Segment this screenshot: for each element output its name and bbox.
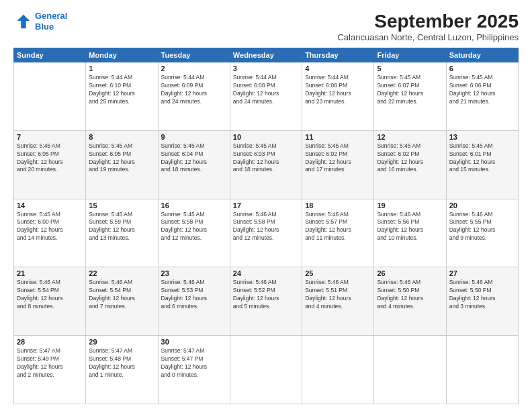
day-number: 10	[233, 133, 299, 141]
day-info: Sunrise: 5:46 AM Sunset: 5:54 PM Dayligh…	[17, 279, 83, 311]
table-row	[446, 336, 518, 404]
table-row: 15Sunrise: 5:45 AM Sunset: 5:59 PM Dayli…	[86, 199, 158, 267]
day-info: Sunrise: 5:45 AM Sunset: 5:59 PM Dayligh…	[89, 211, 154, 243]
day-info: Sunrise: 5:45 AM Sunset: 5:58 PM Dayligh…	[161, 211, 227, 243]
day-info: Sunrise: 5:46 AM Sunset: 5:56 PM Dayligh…	[377, 211, 443, 243]
day-number: 15	[89, 201, 154, 210]
day-number: 24	[233, 269, 299, 277]
table-row: 29Sunrise: 5:47 AM Sunset: 5:48 PM Dayli…	[86, 336, 158, 404]
day-info: Sunrise: 5:45 AM Sunset: 6:05 PM Dayligh…	[17, 142, 83, 175]
calendar-week-5: 28Sunrise: 5:47 AM Sunset: 5:49 PM Dayli…	[14, 336, 519, 404]
header: General Blue September 2025 Calancuasan …	[13, 11, 519, 42]
day-info: Sunrise: 5:45 AM Sunset: 6:02 PM Dayligh…	[305, 142, 371, 175]
day-info: Sunrise: 5:46 AM Sunset: 5:53 PM Dayligh…	[161, 279, 227, 311]
table-row: 14Sunrise: 5:45 AM Sunset: 6:00 PM Dayli…	[14, 199, 86, 267]
table-row	[302, 336, 374, 404]
table-row	[230, 336, 302, 404]
table-row: 10Sunrise: 5:45 AM Sunset: 6:03 PM Dayli…	[230, 130, 302, 199]
logo: General Blue	[13, 11, 67, 32]
day-info: Sunrise: 5:45 AM Sunset: 6:03 PM Dayligh…	[233, 142, 299, 175]
day-info: Sunrise: 5:44 AM Sunset: 6:08 PM Dayligh…	[233, 74, 299, 106]
table-row: 18Sunrise: 5:46 AM Sunset: 5:57 PM Dayli…	[302, 199, 374, 267]
day-number: 21	[17, 269, 83, 277]
day-info: Sunrise: 5:45 AM Sunset: 6:06 PM Dayligh…	[449, 74, 515, 106]
table-row: 4Sunrise: 5:44 AM Sunset: 6:08 PM Daylig…	[302, 62, 374, 131]
day-info: Sunrise: 5:45 AM Sunset: 6:04 PM Dayligh…	[161, 142, 227, 175]
calendar-header-row: Sunday Monday Tuesday Wednesday Thursday…	[14, 48, 519, 62]
day-info: Sunrise: 5:44 AM Sunset: 6:09 PM Dayligh…	[161, 74, 227, 106]
day-number: 19	[377, 201, 443, 210]
table-row: 25Sunrise: 5:46 AM Sunset: 5:51 PM Dayli…	[302, 267, 374, 336]
calendar-week-3: 14Sunrise: 5:45 AM Sunset: 6:00 PM Dayli…	[14, 199, 519, 267]
page: General Blue September 2025 Calancuasan …	[0, 0, 532, 411]
col-friday: Friday	[374, 48, 446, 62]
day-number: 23	[161, 269, 227, 277]
day-number: 14	[17, 201, 83, 210]
day-number: 16	[161, 201, 227, 210]
table-row: 12Sunrise: 5:45 AM Sunset: 6:02 PM Dayli…	[374, 130, 446, 199]
day-number: 28	[17, 338, 83, 346]
day-number: 11	[305, 133, 371, 141]
day-info: Sunrise: 5:45 AM Sunset: 6:05 PM Dayligh…	[89, 142, 154, 175]
col-sunday: Sunday	[14, 48, 86, 62]
day-number: 30	[161, 338, 227, 346]
day-number: 13	[449, 133, 515, 141]
title-block: September 2025 Calancuasan Norte, Centra…	[337, 11, 519, 42]
day-number: 18	[305, 201, 371, 210]
table-row	[374, 336, 446, 404]
table-row: 22Sunrise: 5:46 AM Sunset: 5:54 PM Dayli…	[86, 267, 158, 336]
day-number: 7	[17, 133, 83, 141]
col-saturday: Saturday	[446, 48, 518, 62]
day-info: Sunrise: 5:45 AM Sunset: 6:00 PM Dayligh…	[17, 211, 83, 243]
day-number: 9	[161, 133, 227, 141]
col-wednesday: Wednesday	[230, 48, 302, 62]
day-info: Sunrise: 5:46 AM Sunset: 5:52 PM Dayligh…	[233, 279, 299, 311]
table-row: 21Sunrise: 5:46 AM Sunset: 5:54 PM Dayli…	[14, 267, 86, 336]
calendar-table: Sunday Monday Tuesday Wednesday Thursday…	[13, 48, 519, 404]
day-number: 22	[89, 269, 154, 277]
day-number: 27	[449, 269, 515, 277]
day-info: Sunrise: 5:46 AM Sunset: 5:54 PM Dayligh…	[89, 279, 154, 311]
table-row: 30Sunrise: 5:47 AM Sunset: 5:47 PM Dayli…	[158, 336, 230, 404]
table-row: 26Sunrise: 5:46 AM Sunset: 5:50 PM Dayli…	[374, 267, 446, 336]
day-number: 8	[89, 133, 154, 141]
col-thursday: Thursday	[302, 48, 374, 62]
day-number: 20	[449, 201, 515, 210]
table-row: 1Sunrise: 5:44 AM Sunset: 6:10 PM Daylig…	[86, 62, 158, 131]
calendar-week-2: 7Sunrise: 5:45 AM Sunset: 6:05 PM Daylig…	[14, 130, 519, 199]
day-info: Sunrise: 5:44 AM Sunset: 6:10 PM Dayligh…	[89, 74, 154, 106]
day-info: Sunrise: 5:44 AM Sunset: 6:08 PM Dayligh…	[305, 74, 371, 106]
day-info: Sunrise: 5:46 AM Sunset: 5:50 PM Dayligh…	[449, 279, 515, 311]
day-number: 6	[449, 64, 515, 73]
table-row: 20Sunrise: 5:46 AM Sunset: 5:55 PM Dayli…	[446, 199, 518, 267]
col-tuesday: Tuesday	[158, 48, 230, 62]
day-info: Sunrise: 5:46 AM Sunset: 5:50 PM Dayligh…	[377, 279, 443, 311]
logo-text: General Blue	[35, 11, 67, 32]
day-number: 26	[377, 269, 443, 277]
calendar-week-1: 1Sunrise: 5:44 AM Sunset: 6:10 PM Daylig…	[14, 62, 519, 131]
day-number: 12	[377, 133, 443, 141]
table-row: 3Sunrise: 5:44 AM Sunset: 6:08 PM Daylig…	[230, 62, 302, 131]
svg-marker-0	[17, 14, 30, 28]
table-row: 27Sunrise: 5:46 AM Sunset: 5:50 PM Dayli…	[446, 267, 518, 336]
logo-icon	[13, 12, 32, 31]
logo-line1: General	[35, 11, 67, 21]
table-row: 19Sunrise: 5:46 AM Sunset: 5:56 PM Dayli…	[374, 199, 446, 267]
day-number: 2	[161, 64, 227, 73]
table-row: 11Sunrise: 5:45 AM Sunset: 6:02 PM Dayli…	[302, 130, 374, 199]
day-info: Sunrise: 5:46 AM Sunset: 5:55 PM Dayligh…	[449, 211, 515, 243]
table-row: 2Sunrise: 5:44 AM Sunset: 6:09 PM Daylig…	[158, 62, 230, 131]
day-info: Sunrise: 5:47 AM Sunset: 5:49 PM Dayligh…	[17, 347, 83, 379]
table-row: 16Sunrise: 5:45 AM Sunset: 5:58 PM Dayli…	[158, 199, 230, 267]
day-info: Sunrise: 5:45 AM Sunset: 6:01 PM Dayligh…	[449, 142, 515, 175]
table-row: 9Sunrise: 5:45 AM Sunset: 6:04 PM Daylig…	[158, 130, 230, 199]
col-monday: Monday	[86, 48, 158, 62]
table-row	[14, 62, 86, 131]
day-info: Sunrise: 5:45 AM Sunset: 6:07 PM Dayligh…	[377, 74, 443, 106]
table-row: 5Sunrise: 5:45 AM Sunset: 6:07 PM Daylig…	[374, 62, 446, 131]
day-number: 4	[305, 64, 371, 73]
day-number: 1	[89, 64, 154, 73]
day-info: Sunrise: 5:47 AM Sunset: 5:47 PM Dayligh…	[161, 347, 227, 379]
table-row: 8Sunrise: 5:45 AM Sunset: 6:05 PM Daylig…	[86, 130, 158, 199]
table-row: 17Sunrise: 5:46 AM Sunset: 5:58 PM Dayli…	[230, 199, 302, 267]
